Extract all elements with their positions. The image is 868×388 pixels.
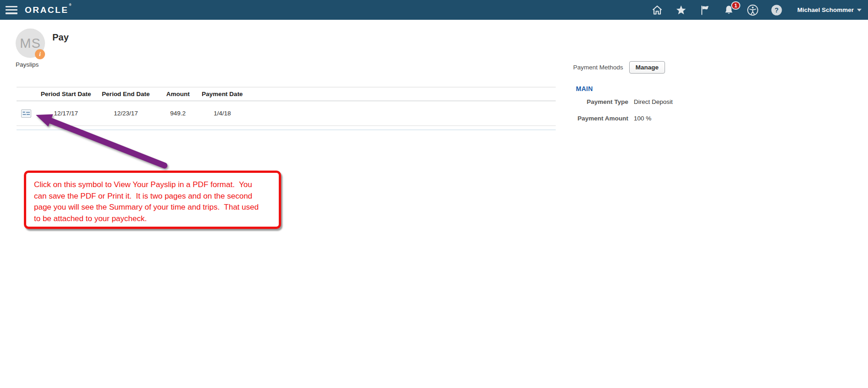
column-header-amount[interactable]: Amount	[156, 91, 200, 97]
payment-amount-field: Payment Amount 100 %	[575, 115, 673, 122]
annotation-text: Click on this symbol to View Your Paysli…	[34, 179, 271, 224]
help-icon[interactable]: ?	[771, 4, 783, 16]
cell-payment-date: 1/4/18	[200, 110, 244, 117]
payslips-table: Period Start Date Period End Date Amount…	[17, 87, 556, 126]
registered-mark: ®	[69, 3, 71, 6]
header-actions: 1 ? Michael Schommer	[651, 4, 868, 16]
payment-methods-header: Payment Methods Manage	[573, 60, 665, 74]
payment-methods-label: Payment Methods	[573, 64, 623, 71]
pay-page: ORACLE®	[0, 0, 868, 388]
notifications-bell-icon[interactable]: 1	[723, 4, 735, 16]
brand-text: ORACLE	[25, 5, 68, 15]
accessibility-icon[interactable]	[747, 4, 759, 16]
home-icon[interactable]	[651, 4, 663, 16]
column-header-period-start-date[interactable]: Period Start Date	[36, 91, 96, 97]
avatar-initials: MS	[20, 36, 41, 51]
payment-method-details: Payment Type Direct Deposit Payment Amou…	[575, 98, 673, 122]
payslip-row[interactable]: 12/17/17 12/23/17 949.2 1/4/18	[17, 101, 556, 126]
page-title: Pay	[52, 32, 69, 43]
payment-type-label: Payment Type	[575, 98, 628, 105]
favorites-star-icon[interactable]	[675, 4, 687, 16]
hamburger-menu-icon[interactable]	[6, 6, 17, 14]
flag-icon[interactable]	[699, 4, 711, 16]
cell-period-start-date: 12/17/17	[36, 110, 96, 117]
app-header: ORACLE®	[0, 0, 868, 20]
svg-text:?: ?	[775, 6, 779, 14]
annotation-callout-box: Click on this symbol to View Your Paysli…	[24, 171, 281, 229]
payment-type-value: Direct Deposit	[634, 98, 673, 105]
table-end-line	[17, 130, 556, 130]
cell-period-end-date: 12/23/17	[96, 110, 156, 117]
notification-count-badge[interactable]: 1	[731, 1, 740, 10]
chevron-down-icon	[857, 9, 862, 11]
cell-amount: 949.2	[156, 110, 200, 117]
user-menu[interactable]: Michael Schommer	[797, 6, 862, 13]
oracle-logo: ORACLE®	[25, 5, 71, 15]
payslips-section-label: Payslips	[16, 61, 39, 68]
payment-type-field: Payment Type Direct Deposit	[575, 98, 673, 105]
column-header-payment-date[interactable]: Payment Date	[200, 91, 244, 97]
main-section-title: MAIN	[576, 85, 593, 92]
table-header-row: Period Start Date Period End Date Amount…	[17, 87, 556, 101]
payment-amount-value: 100 %	[634, 115, 651, 122]
payment-amount-label: Payment Amount	[575, 115, 628, 122]
info-badge-icon[interactable]: i	[35, 49, 45, 59]
column-header-period-end-date[interactable]: Period End Date	[96, 91, 156, 97]
user-name: Michael Schommer	[797, 6, 854, 13]
manage-button[interactable]: Manage	[629, 61, 665, 74]
view-payslip-pdf-icon[interactable]	[21, 109, 31, 118]
